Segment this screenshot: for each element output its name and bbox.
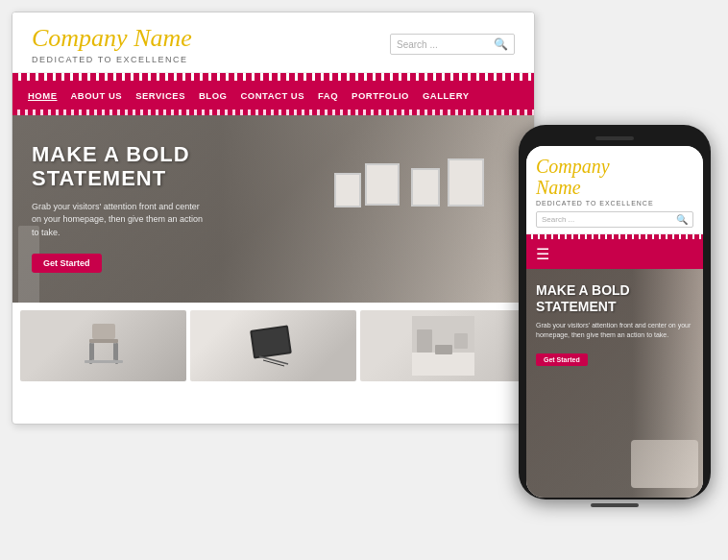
svg-rect-6 <box>85 360 123 363</box>
tagline: DEDICATED TO EXCELLENCE <box>32 55 192 64</box>
search-icon[interactable]: 🔍 <box>494 37 508 51</box>
nav-item-blog[interactable]: BLOG <box>199 90 227 101</box>
search-placeholder: Search ... <box>397 39 438 50</box>
svg-rect-12 <box>412 353 474 376</box>
nav-item-portfolio[interactable]: PORTFOLIO <box>352 90 409 101</box>
svg-rect-15 <box>435 345 452 354</box>
hamburger-menu-icon[interactable]: ☰ <box>536 246 549 262</box>
search-box[interactable]: Search ... 🔍 <box>390 34 515 55</box>
nav-item-faq[interactable]: FAQ <box>318 90 338 101</box>
chair-illustration <box>75 316 133 376</box>
decorative-stripe-top <box>12 73 534 81</box>
svg-rect-0 <box>92 324 115 339</box>
hero-section: MAKE A BOLD STATEMENT Grab your visitors… <box>12 115 534 303</box>
phone-search-placeholder: Search ... <box>542 215 676 224</box>
svg-rect-13 <box>417 329 432 353</box>
phone-hero-sofa <box>631 440 698 488</box>
svg-rect-1 <box>89 339 118 343</box>
company-name[interactable]: Company Name <box>32 24 192 53</box>
phone-hero-subtitle: Grab your visitors' attention front and … <box>536 321 693 341</box>
phone-tagline: DEDICATED TO EXCELLENCE <box>536 200 693 207</box>
nav-item-home[interactable]: HOME <box>28 90 58 101</box>
phone-nav-bar: ☰ <box>526 239 703 269</box>
phone-search-box[interactable]: Search ... 🔍 <box>536 211 693 228</box>
gallery-strip <box>12 303 534 389</box>
phone-get-started-button[interactable]: Get Started <box>536 353 588 366</box>
phone-company-name: Company Name <box>536 156 693 198</box>
gallery-thumb-2[interactable] <box>190 310 356 381</box>
phone-header: Company Name DEDICATED TO EXCELLENCE Sea… <box>526 146 703 234</box>
phone-hero-section: MAKE A BOLD STATEMENT Grab your visitors… <box>526 269 703 498</box>
phone-screen: Company Name DEDICATED TO EXCELLENCE Sea… <box>526 146 703 498</box>
svg-rect-8 <box>252 328 289 357</box>
nav-item-contact[interactable]: CONTACT US <box>240 90 304 101</box>
thumb-notebook-image <box>190 310 356 381</box>
phone-hero-content: MAKE A BOLD STATEMENT Grab your visitors… <box>536 282 693 366</box>
hero-frame-4 <box>448 158 484 207</box>
room-illustration <box>412 316 474 376</box>
nav-item-services[interactable]: SERVICES <box>135 90 185 101</box>
gallery-thumb-1[interactable] <box>20 310 186 381</box>
phone-top-bar <box>595 136 634 140</box>
phone-hero-title: MAKE A BOLD STATEMENT <box>536 282 693 315</box>
hero-title: MAKE A BOLD STATEMENT <box>32 142 205 191</box>
get-started-button[interactable]: Get Started <box>32 254 102 273</box>
site-header: Company Name DEDICATED TO EXCELLENCE Sea… <box>12 12 534 73</box>
gallery-thumb-3[interactable] <box>360 310 526 381</box>
hero-frame-3 <box>411 168 440 207</box>
hero-content: MAKE A BOLD STATEMENT Grab your visitors… <box>12 115 224 300</box>
thumb-room-image <box>360 310 526 381</box>
nav-item-gallery[interactable]: GALLERY <box>423 90 470 101</box>
hero-frame-2 <box>365 163 400 206</box>
nav-bar: HOME ABOUT US SERVICES BLOG CONTACT US F… <box>12 81 534 110</box>
thumb-chair-image <box>20 310 186 381</box>
hero-frame-1 <box>334 173 361 207</box>
svg-rect-14 <box>454 333 468 349</box>
notebook-illustration <box>242 316 304 376</box>
svg-line-10 <box>263 360 284 366</box>
nav-item-about[interactable]: ABOUT US <box>71 90 123 101</box>
logo-area: Company Name DEDICATED TO EXCELLENCE <box>32 24 192 64</box>
phone-home-indicator <box>591 503 639 507</box>
svg-rect-4 <box>92 343 94 360</box>
phone-mockup: Company Name DEDICATED TO EXCELLENCE Sea… <box>519 125 711 499</box>
svg-rect-5 <box>113 343 115 360</box>
desktop-mockup: Company Name DEDICATED TO EXCELLENCE Sea… <box>12 12 535 425</box>
hero-subtitle: Grab your visitors' attention front and … <box>32 201 205 240</box>
phone-search-icon[interactable]: 🔍 <box>676 214 688 225</box>
